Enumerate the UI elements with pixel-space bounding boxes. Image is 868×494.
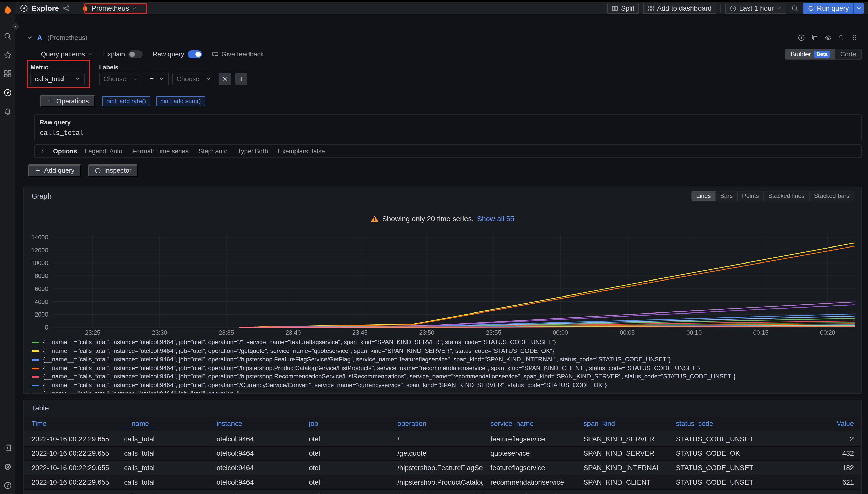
share-shortlink-icon[interactable] bbox=[62, 5, 69, 12]
option-summary: Format: Time series bbox=[132, 148, 188, 155]
graph-panel-title: Graph bbox=[32, 192, 52, 200]
sidebar-item-search-icon[interactable] bbox=[3, 32, 12, 40]
explain-toggle[interactable] bbox=[128, 50, 143, 58]
sidebar-item-alerting-icon[interactable] bbox=[3, 107, 12, 116]
sidebar-expand-button[interactable]: › bbox=[12, 23, 20, 31]
duplicate-query-icon[interactable] bbox=[811, 34, 818, 41]
sidebar-item-explore-icon[interactable] bbox=[3, 89, 12, 97]
legend-item[interactable]: {__name__="calls_total", instance="otelc… bbox=[32, 364, 854, 373]
column-header-__name__[interactable]: __name__ bbox=[117, 420, 210, 428]
svg-text:00:15: 00:15 bbox=[753, 329, 768, 336]
collapse-query-icon[interactable] bbox=[27, 35, 33, 41]
close-icon bbox=[222, 76, 228, 82]
editor-mode-switch: Builder Beta Code bbox=[785, 49, 862, 60]
chevron-right-icon bbox=[40, 149, 46, 154]
split-button[interactable]: Split bbox=[607, 3, 639, 14]
inspector-button[interactable]: Inspector bbox=[88, 165, 138, 177]
give-feedback-link[interactable]: Give feedback bbox=[212, 50, 264, 58]
chevron-down-icon bbox=[777, 5, 782, 11]
option-summary: Step: auto bbox=[198, 148, 228, 155]
time-range-picker[interactable]: Last 1 hour bbox=[725, 3, 786, 14]
table-row: 2022-10-16 00:22:29.655calls_totalotelco… bbox=[24, 490, 861, 494]
remove-label-filter-button[interactable] bbox=[219, 73, 231, 85]
graph-style-bars[interactable]: Bars bbox=[715, 191, 737, 201]
add-label-filter-button[interactable] bbox=[235, 73, 248, 85]
chevron-down-icon bbox=[132, 5, 137, 11]
table-panel-title: Table bbox=[32, 404, 49, 412]
datasource-picker[interactable]: Prometheus bbox=[78, 3, 141, 14]
query-help-icon[interactable] bbox=[798, 34, 805, 41]
explore-content: A (Prometheus) Query patterns Explain Ra… bbox=[16, 15, 868, 494]
option-summary: Type: Both bbox=[238, 148, 268, 155]
query-hint-button[interactable]: hint: add sum() bbox=[156, 96, 205, 106]
svg-text:23:50: 23:50 bbox=[419, 329, 434, 336]
chevron-down-icon bbox=[159, 76, 164, 82]
legend-item[interactable]: {__name__="calls_total", instance="otelc… bbox=[32, 381, 854, 390]
raw-query-preview-label: Raw query bbox=[40, 119, 856, 126]
legend-series-color bbox=[32, 342, 39, 344]
sidebar-item-settings-icon[interactable] bbox=[3, 462, 12, 471]
graph-style-stacked-lines[interactable]: Stacked lines bbox=[763, 191, 809, 201]
query-ref-id[interactable]: A bbox=[37, 34, 42, 42]
sidebar-item-help-icon[interactable]: ? bbox=[3, 481, 12, 490]
info-icon bbox=[95, 168, 101, 174]
sidebar-item-sign-in-icon[interactable] bbox=[3, 444, 12, 452]
datasource-name: Prometheus bbox=[92, 4, 129, 13]
column-header-service_name[interactable]: service_name bbox=[483, 420, 576, 428]
left-sidebar: › ? bbox=[0, 2, 16, 494]
column-header-job[interactable]: job bbox=[302, 420, 390, 428]
svg-text:23:55: 23:55 bbox=[486, 329, 501, 336]
query-options-row[interactable]: Options Legend: AutoFormat: Time seriesS… bbox=[34, 145, 862, 158]
grafana-logo-icon[interactable] bbox=[3, 5, 13, 15]
graph-style-points[interactable]: Points bbox=[737, 191, 763, 201]
toggle-visibility-icon[interactable] bbox=[825, 34, 832, 41]
label-key-select[interactable]: Choose bbox=[99, 73, 142, 85]
explore-icon bbox=[20, 4, 28, 13]
column-header-Time[interactable]: Time bbox=[24, 420, 117, 428]
table-row: 2022-10-16 00:22:29.655calls_totalotelco… bbox=[24, 461, 861, 475]
graph-style-lines[interactable]: Lines bbox=[692, 191, 715, 201]
sidebar-item-dashboards-icon[interactable] bbox=[3, 70, 12, 78]
builder-mode-button[interactable]: Builder Beta bbox=[785, 49, 835, 59]
remove-query-icon[interactable] bbox=[838, 34, 845, 41]
column-header-operation[interactable]: operation bbox=[390, 420, 483, 428]
query-patterns-dropdown[interactable]: Query patterns bbox=[41, 50, 93, 58]
svg-text:12000: 12000 bbox=[31, 247, 48, 253]
graph-style-stacked-bars[interactable]: Stacked bars bbox=[809, 191, 854, 201]
raw-query-text: calls_total bbox=[40, 129, 856, 137]
sidebar-item-starred-icon[interactable] bbox=[3, 51, 12, 59]
column-header-Value[interactable]: Value bbox=[760, 420, 861, 428]
warning-icon bbox=[370, 214, 379, 223]
svg-text:6000: 6000 bbox=[35, 285, 48, 292]
label-value-select[interactable]: Choose bbox=[172, 73, 216, 85]
top-toolbar: Explore Prometheus Split Add to dashboar… bbox=[16, 2, 868, 15]
legend-item[interactable]: {__name__="calls_total", instance="otelc… bbox=[32, 346, 854, 355]
chevron-down-icon bbox=[88, 52, 93, 57]
add-to-dashboard-button[interactable]: Add to dashboard bbox=[643, 3, 716, 14]
legend-item[interactable]: {__name__="calls_total", instance="otelc… bbox=[32, 372, 854, 381]
svg-text:23:25: 23:25 bbox=[85, 329, 101, 336]
column-header-span_kind[interactable]: span_kind bbox=[576, 420, 669, 428]
raw-query-toggle[interactable] bbox=[187, 50, 202, 58]
table-row: 2022-10-16 00:22:29.655calls_totalotelco… bbox=[24, 446, 861, 461]
drag-handle-icon[interactable] bbox=[851, 34, 858, 41]
query-hint-button[interactable]: hint: add rate() bbox=[102, 96, 150, 106]
run-query-button[interactable]: Run query bbox=[803, 3, 864, 14]
add-query-button[interactable]: Add query bbox=[28, 165, 81, 177]
operations-button[interactable]: Operations bbox=[40, 95, 95, 107]
beta-badge: Beta bbox=[814, 51, 830, 58]
legend-item[interactable]: {__name__="calls_total", instance="otelc… bbox=[32, 355, 854, 364]
zoom-out-time-icon[interactable] bbox=[791, 4, 799, 13]
time-series-chart[interactable]: 23:2523:3023:3523:4023:4523:5023:5500:00… bbox=[31, 224, 855, 338]
legend-item[interactable]: {__name__="calls_total", instance="otelc… bbox=[32, 390, 854, 394]
code-mode-button[interactable]: Code bbox=[835, 49, 861, 59]
metric-select[interactable]: calls_total bbox=[31, 73, 85, 85]
legend-item[interactable]: {__name__="calls_total", instance="otelc… bbox=[32, 338, 854, 346]
table-row: 2022-10-16 00:22:29.655calls_totalotelco… bbox=[24, 475, 861, 490]
run-query-dropdown[interactable] bbox=[853, 3, 864, 14]
column-header-status_code[interactable]: status_code bbox=[669, 420, 760, 428]
show-all-series-link[interactable]: Show all 55 bbox=[477, 214, 514, 223]
label-operator-select[interactable]: = bbox=[146, 73, 169, 85]
column-header-instance[interactable]: instance bbox=[209, 420, 302, 428]
svg-text:23:30: 23:30 bbox=[152, 329, 167, 336]
